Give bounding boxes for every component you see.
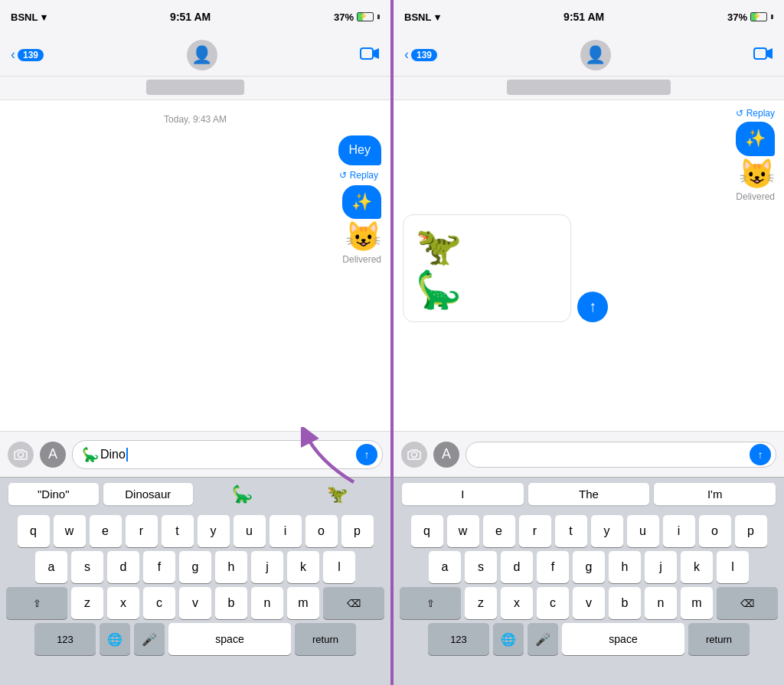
key-k-right[interactable]: k [681,551,713,583]
key-u-right[interactable]: u [627,515,659,547]
key-mic-left[interactable]: 🎤 [134,623,165,655]
svg-point-2 [18,452,24,457]
avatar-right[interactable]: 👤 [580,40,611,70]
key-r-left[interactable]: r [126,515,158,547]
key-space-right[interactable]: space [562,623,684,655]
key-l-right[interactable]: l [717,551,749,583]
input-bar-left: A 🦕 Dino ↑ [0,431,390,477]
replay-label-left[interactable]: ↺ Replay [9,170,381,181]
messages-area-left[interactable]: Today, 9:43 AM Hey ↺ Replay ✨ 😺 Delivere… [0,100,390,431]
key-d-right[interactable]: d [501,551,533,583]
autocomplete-im[interactable]: I'm [654,483,776,505]
key-i-left[interactable]: i [270,515,302,547]
key-shift-right[interactable]: ⇧ [400,587,461,619]
key-e-left[interactable]: e [90,515,122,547]
key-z-right[interactable]: z [465,587,497,619]
key-n-right[interactable]: n [645,587,677,619]
messages-area-right[interactable]: ↺ Replay ✨ 😺 Delivered 🦖 🦕 ↑ [394,100,784,431]
key-j-left[interactable]: j [251,551,283,583]
autocomplete-brontosaurus[interactable]: 🦕 [198,480,288,509]
key-a-right[interactable]: a [429,551,461,583]
key-b-right[interactable]: b [609,587,641,619]
video-button-left[interactable] [360,45,380,65]
key-q-right[interactable]: q [411,515,443,547]
key-p-right[interactable]: p [735,515,767,547]
key-w-left[interactable]: w [54,515,86,547]
autocomplete-i[interactable]: I [402,483,524,505]
send-button-left[interactable]: ↑ [356,444,377,465]
send-button-right[interactable]: ↑ [577,292,608,322]
key-u-left[interactable]: u [234,515,266,547]
key-s-right[interactable]: s [465,551,497,583]
key-return-left[interactable]: return [295,623,356,655]
key-v-left[interactable]: v [179,587,211,619]
key-o-right[interactable]: o [699,515,731,547]
key-l-left[interactable]: l [323,551,355,583]
key-o-left[interactable]: o [305,515,338,547]
key-g-left[interactable]: g [179,551,211,583]
battery-pct-right: 37% [727,11,747,23]
camera-button-right[interactable] [401,442,427,468]
key-x-left[interactable]: x [107,587,139,619]
key-m-right[interactable]: m [681,587,713,619]
autocomplete-trex[interactable]: 🦖 [292,480,383,509]
autocomplete-dino-quoted[interactable]: "Dino" [8,483,99,505]
key-f-left[interactable]: f [143,551,175,583]
key-s-left[interactable]: s [71,551,103,583]
key-k-left[interactable]: k [287,551,319,583]
app-button-right[interactable]: A [433,442,459,468]
key-z-left[interactable]: z [71,587,103,619]
key-c-left[interactable]: c [143,587,175,619]
video-button-right[interactable] [753,45,773,65]
send-btn-in-input-right[interactable]: ↑ [750,444,771,465]
key-b-left[interactable]: b [215,587,247,619]
input-text-left: Dino [100,448,126,462]
key-q-left[interactable]: q [18,515,50,547]
contact-bar-left: a [0,77,390,100]
avatar-left[interactable]: 👤 [187,40,217,70]
key-p-left[interactable]: p [341,515,374,547]
key-j-right[interactable]: j [645,551,677,583]
key-x-right[interactable]: x [501,587,533,619]
camera-button-left[interactable] [8,442,34,468]
key-shift-left[interactable]: ⇧ [6,587,67,619]
key-r-right[interactable]: r [519,515,551,547]
key-g-right[interactable]: g [573,551,605,583]
key-w-right[interactable]: w [447,515,479,547]
key-h-left[interactable]: h [215,551,247,583]
key-globe-left[interactable]: 🌐 [100,623,130,655]
key-v-right[interactable]: v [573,587,605,619]
key-123-right[interactable]: 123 [428,623,489,655]
key-n-left[interactable]: n [251,587,283,619]
key-y-right[interactable]: y [591,515,623,547]
key-return-right[interactable]: return [688,623,750,655]
key-a-left[interactable]: a [35,551,67,583]
key-y-left[interactable]: y [198,515,230,547]
key-delete-right[interactable]: ⌫ [717,587,778,619]
message-sparkle-right: ✨ [403,122,775,156]
autocomplete-dinosaur[interactable]: Dinosaur [103,483,194,505]
key-delete-left[interactable]: ⌫ [323,587,384,619]
key-t-right[interactable]: t [555,515,587,547]
input-field-right[interactable]: ↑ [466,442,776,468]
battery-tip-right [771,15,773,19]
back-button-left[interactable]: ‹ 139 [11,47,44,63]
key-mic-right[interactable]: 🎤 [528,623,558,655]
key-globe-right[interactable]: 🌐 [493,623,524,655]
back-button-right[interactable]: ‹ 139 [404,47,437,63]
key-e-right[interactable]: e [483,515,515,547]
app-button-left[interactable]: A [40,442,66,468]
key-row-1-left: q w e r t y u i o p [3,515,387,547]
key-h-right[interactable]: h [609,551,641,583]
key-d-left[interactable]: d [107,551,139,583]
input-field-left[interactable]: 🦕 Dino ↑ [72,440,383,469]
key-t-left[interactable]: t [162,515,194,547]
replay-label-right[interactable]: ↺ Replay [403,108,775,119]
key-m-left[interactable]: m [287,587,319,619]
autocomplete-the[interactable]: The [528,483,650,505]
key-123-left[interactable]: 123 [34,623,96,655]
key-c-right[interactable]: c [537,587,569,619]
key-f-right[interactable]: f [537,551,569,583]
key-i-right[interactable]: i [663,515,695,547]
key-space-left[interactable]: space [168,623,291,655]
